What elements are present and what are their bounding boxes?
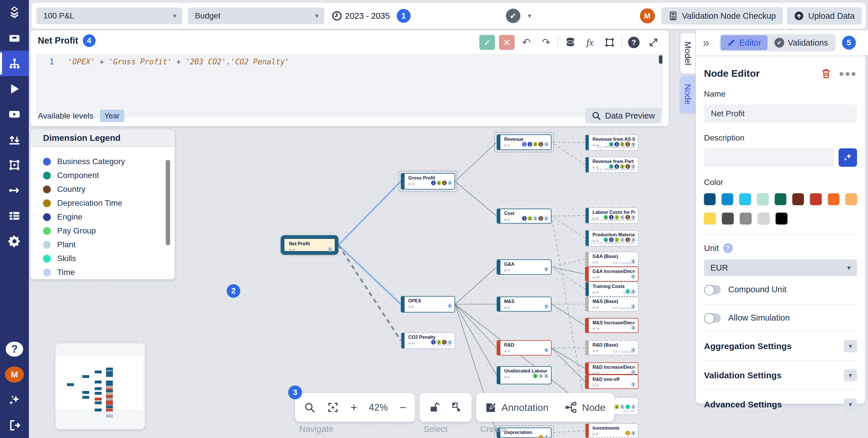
sidebar-item-avatar[interactable]: M — [0, 362, 29, 387]
validation-settings-expand-button[interactable]: ▾ — [844, 369, 857, 381]
sidebar-item-table[interactable] — [0, 203, 29, 229]
sidebar-item-logo-layers[interactable] — [0, 0, 29, 25]
undo-button[interactable]: ↶ — [519, 35, 534, 50]
graph-node-inv[interactable]: Investmentsin €11 — [585, 423, 639, 438]
zoom-out-button[interactable]: − — [399, 401, 406, 414]
name-field[interactable]: Net Profit — [704, 104, 857, 123]
color-swatch[interactable] — [704, 193, 716, 205]
graph-node-rdone[interactable]: R&D one-offin €1 — [585, 374, 639, 389]
color-swatch[interactable] — [739, 193, 751, 205]
scenario-select[interactable]: Budget ▾ — [188, 7, 324, 24]
graph-node-rd[interactable]: R&Din €1 — [497, 340, 552, 356]
zoom-in-button[interactable]: + — [350, 401, 357, 414]
color-swatch[interactable] — [704, 213, 716, 225]
unit-select[interactable]: EUR ▾ — [704, 259, 857, 276]
color-swatch[interactable] — [722, 213, 734, 225]
data-preview-button[interactable]: Data Preview — [585, 108, 661, 123]
redo-button[interactable]: ↷ — [538, 35, 554, 50]
graph-node-cost[interactable]: Costin €12111 — [497, 209, 552, 224]
apply-formula-button[interactable]: ✓ — [479, 35, 495, 50]
graph-node-rev[interactable]: Revenuein €11211 — [497, 134, 552, 150]
graph-node-gainc[interactable]: G&A Increase/Decreasein %1 — [585, 267, 639, 281]
graph-node-labour[interactable]: Labour Costs for Productionin €112111202… — [585, 207, 639, 224]
unit-help-icon[interactable]: ? — [723, 243, 733, 253]
color-swatch[interactable] — [810, 193, 822, 205]
collapse-panel-button[interactable]: » — [703, 36, 709, 49]
graph-node-revps[interactable]: Revenue from Part Salesin €21211201 Afte… — [585, 157, 639, 173]
frame-button[interactable] — [602, 35, 617, 50]
graph-node-ga[interactable]: G&Ain €1 — [497, 259, 552, 275]
discard-formula-button[interactable]: ✕ — [499, 35, 515, 50]
sidebar-item-model-tree[interactable] — [0, 51, 29, 76]
node-footer: 202 Car Production & Sales — [590, 218, 635, 222]
canvas-annotation-badge[interactable]: 2 — [227, 284, 240, 298]
sidebar-item-transfer[interactable] — [0, 127, 29, 153]
help-button[interactable]: ? — [626, 35, 642, 50]
time-range[interactable]: 2023 - 2035 — [332, 11, 390, 21]
color-swatch[interactable] — [776, 213, 787, 225]
color-swatch[interactable] — [775, 193, 786, 205]
more-options-button[interactable]: ●●● — [839, 69, 857, 78]
graph-node-rdbase[interactable]: R&D (Base)in €1500 Database — [585, 340, 639, 355]
graph-node-msinc[interactable]: M&S Increase/Decreasein %1 — [585, 318, 639, 333]
compound-unit-toggle[interactable] — [704, 285, 721, 294]
sidebar-item-help[interactable]: ? — [0, 336, 29, 362]
node-tool-button[interactable]: Node — [564, 401, 605, 414]
user-avatar[interactable]: M — [640, 8, 655, 23]
validation-node-checkup-button[interactable]: Validation Node Checkup — [661, 7, 783, 25]
model-select[interactable]: 100 P&L ▾ — [36, 7, 182, 24]
search-icon[interactable] — [304, 402, 315, 413]
color-swatch[interactable] — [792, 193, 804, 205]
trash-icon[interactable] — [821, 68, 831, 79]
graph-node-training[interactable]: Training Costsin €21302 HR — [585, 281, 639, 297]
aggregation-settings-expand-button[interactable]: ▾ — [844, 340, 857, 352]
sidebar-item-video-play[interactable] — [0, 102, 29, 127]
graph-node-opex[interactable]: OPEXin €1 — [401, 296, 455, 312]
minimap[interactable] — [56, 343, 145, 429]
editor-scrollbar[interactable] — [659, 55, 662, 64]
graph-node-gp[interactable]: Gross Profitin €1211 — [401, 173, 455, 190]
color-swatch[interactable] — [845, 193, 857, 205]
sidebar-item-logout[interactable] — [0, 413, 29, 438]
sidebar-item-frame[interactable] — [0, 153, 29, 178]
sidebar-item-archive[interactable] — [0, 25, 29, 51]
description-field[interactable] — [704, 148, 834, 167]
graph-node-ms[interactable]: M&Sin €1 — [497, 297, 552, 312]
formula-code-editor[interactable]: 1 'OPEX' + 'Gross Profit' + '203 CO2'.'C… — [36, 54, 663, 117]
color-swatch[interactable] — [758, 213, 770, 225]
color-swatch[interactable] — [828, 193, 839, 205]
color-swatch[interactable] — [722, 193, 733, 205]
status-dropdown[interactable]: ✔ ▾ — [506, 9, 531, 23]
sidebar-item-gear[interactable] — [0, 229, 29, 254]
sidebar-item-flow-arrow[interactable] — [0, 178, 29, 203]
function-button[interactable]: fx — [582, 35, 598, 50]
annotation-tool-button[interactable]: Annotation — [485, 401, 549, 413]
sidebar-item-sparkles[interactable] — [0, 387, 29, 413]
unlock-icon[interactable] — [428, 402, 440, 413]
advanced-settings-expand-button[interactable]: ▾ — [844, 399, 857, 411]
allow-simulation-toggle[interactable] — [704, 313, 721, 323]
graph-node-co2[interactable]: CO2 Penaltyin €1211203 CO2 — [401, 332, 455, 349]
level-chip-year[interactable]: Year — [100, 110, 124, 122]
graph-node-revas[interactable]: Revenue from AS Servicein €21211201 Afte… — [585, 134, 639, 150]
tab-validations[interactable]: ✔ Validations — [768, 35, 835, 50]
graph-node-unalloc[interactable]: Unallocated Labour Costs (O...in €111 — [497, 366, 552, 384]
fit-view-icon[interactable] — [327, 401, 339, 413]
select-cursor-icon[interactable] — [451, 402, 463, 413]
sidebar-item-play[interactable] — [0, 76, 29, 102]
legend-scrollbar[interactable] — [166, 160, 170, 245]
tab-editor[interactable]: Editor — [721, 35, 768, 50]
tab-model[interactable]: Model — [680, 33, 695, 74]
color-swatch[interactable] — [740, 213, 752, 225]
tab-node[interactable]: Node — [680, 76, 695, 113]
graph-node-msbase[interactable]: M&S (Base)in €1500 Database — [585, 297, 639, 312]
color-swatch[interactable] — [757, 193, 769, 205]
graph-node-np[interactable]: Net Profitin €1 — [281, 235, 338, 255]
graph-node-prodmat[interactable]: Production Material Costsin €112111202 C… — [585, 230, 639, 246]
ai-generate-button[interactable] — [839, 148, 857, 167]
upload-data-button[interactable]: Upload Data — [787, 7, 862, 25]
graph-node-rdinc[interactable]: R&D Increase/Decreasein %1 — [585, 362, 639, 374]
data-source-button[interactable] — [562, 35, 578, 50]
graph-node-gabase[interactable]: G&A (Base)in €1500 Database — [585, 251, 639, 267]
expand-editor-button[interactable] — [646, 35, 661, 50]
